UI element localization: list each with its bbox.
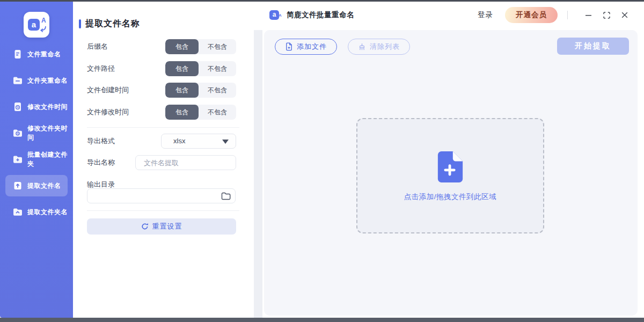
- sidebar-item-label: 修改文件夹时间: [27, 124, 68, 142]
- reset-settings-label: 重置设置: [152, 222, 182, 231]
- main-panel: a A 简鹿文件批量重命名 登录 开通会员: [262, 2, 644, 318]
- toggle-option-include[interactable]: 包含: [165, 105, 199, 120]
- file-dropzone[interactable]: 点击添加/拖拽文件到此区域: [356, 118, 544, 233]
- sidebar-item-extract-filename[interactable]: 提取文件名: [5, 175, 68, 196]
- sidebar-item-label: 提取文件名: [27, 181, 61, 191]
- clear-list-label: 清除列表: [370, 42, 400, 52]
- minimize-button[interactable]: [582, 9, 595, 21]
- titlebar-divider: [567, 11, 568, 19]
- toggle-option-not-include[interactable]: 不包含: [199, 83, 236, 98]
- file-time-icon: [12, 101, 23, 112]
- open-membership-button[interactable]: 开通会员: [505, 7, 558, 23]
- toggle-option-not-include[interactable]: 不包含: [199, 105, 236, 120]
- sidebar-item-file-time[interactable]: 修改文件时间: [5, 96, 68, 118]
- settings-title-text: 提取文件名称: [85, 18, 140, 30]
- sidebar-item-label: 文件夹重命名: [27, 76, 68, 85]
- create-time-label: 文件创建时间: [87, 83, 129, 98]
- folder-rename-icon: [12, 75, 23, 86]
- broom-icon: [358, 43, 366, 51]
- suffix-label: 后缀名: [87, 39, 108, 54]
- toggle-option-include[interactable]: 包含: [165, 39, 199, 54]
- file-list-card: 添加文件 清除列表 开始提取 点击添加/拖拽文件到此区域: [264, 30, 638, 316]
- window-title: 简鹿文件批量重命名: [287, 10, 354, 20]
- export-format-select[interactable]: xlsx: [161, 134, 236, 149]
- export-format-value: xlsx: [173, 137, 185, 145]
- export-name-label: 导出名称: [87, 155, 115, 170]
- create-time-toggle[interactable]: 包含 不包含: [165, 83, 236, 98]
- app-logo: a A: [24, 12, 49, 38]
- toggle-option-not-include[interactable]: 不包含: [199, 61, 236, 76]
- extract-file-icon: [12, 180, 23, 191]
- divider: [87, 127, 239, 128]
- title-accent-bar: [79, 19, 81, 28]
- output-dir-input[interactable]: [87, 188, 236, 203]
- sidebar-item-label: 文件重命名: [27, 50, 61, 59]
- login-link[interactable]: 登录: [478, 10, 493, 20]
- chevron-down-icon: [222, 140, 229, 144]
- start-extract-button[interactable]: 开始提取: [557, 38, 629, 55]
- filepath-label: 文件路径: [87, 61, 115, 76]
- minimize-icon: [585, 12, 592, 19]
- dropzone-hint: 点击添加/拖拽文件到此区域: [404, 192, 496, 202]
- export-format-label: 导出格式: [87, 134, 115, 149]
- scrollbar-track[interactable]: [254, 30, 262, 318]
- clear-list-button[interactable]: 清除列表: [348, 39, 410, 55]
- close-icon: [621, 11, 628, 19]
- sidebar-item-file-rename[interactable]: 文件重命名: [5, 43, 68, 65]
- settings-panel: 提取文件名称 后缀名 包含 不包含 文件路径 包含 不包含 文件创建时间 包含 …: [73, 2, 254, 318]
- sidebar-item-label: 修改文件时间: [27, 103, 68, 112]
- app-titlebar-icon: a A: [269, 10, 282, 21]
- sidebar-item-label: 批量创建文件夹: [27, 150, 68, 169]
- titlebar: a A 简鹿文件批量重命名 登录 开通会员: [262, 2, 644, 28]
- settings-title: 提取文件名称: [79, 18, 140, 30]
- toggle-option-include[interactable]: 包含: [165, 83, 199, 98]
- suffix-toggle[interactable]: 包含 不包含: [165, 39, 236, 54]
- sidebar-item-label: 提取文件夹名: [27, 208, 68, 217]
- file-rename-icon: [12, 49, 23, 60]
- reset-settings-button[interactable]: 重置设置: [87, 218, 236, 235]
- file-list-toolbar: 添加文件 清除列表 开始提取: [275, 38, 629, 56]
- logo-swap-arrow-icon: [39, 26, 47, 33]
- sidebar-item-extract-foldername[interactable]: 提取文件夹名: [5, 201, 68, 223]
- close-button[interactable]: [618, 9, 631, 21]
- modify-time-label: 文件修改时间: [87, 105, 129, 120]
- modify-time-toggle[interactable]: 包含 不包含: [165, 105, 236, 120]
- toggle-option-include[interactable]: 包含: [165, 61, 199, 76]
- extract-folder-icon: [12, 207, 23, 217]
- folder-time-icon: [12, 128, 23, 138]
- folder-plus-icon: [12, 154, 23, 165]
- file-add-icon: [285, 42, 293, 51]
- file-plus-icon: [436, 150, 465, 184]
- folder-browse-icon[interactable]: [221, 192, 231, 200]
- refresh-icon: [141, 223, 149, 230]
- sidebar-nav: 文件重命名 文件夹重命名 修改文件时间 修改文件夹时间: [0, 43, 73, 228]
- sidebar-item-batch-create-folder[interactable]: 批量创建文件夹: [5, 149, 68, 170]
- logo-letter-box: a: [28, 19, 40, 31]
- toggle-option-not-include[interactable]: 不包含: [199, 39, 236, 54]
- sidebar: a A 文件重命名 文件夹重命名: [0, 2, 73, 318]
- logo-letter-alt: A: [41, 17, 46, 24]
- titlebar-logo-letter: a: [269, 10, 279, 20]
- sidebar-item-folder-time[interactable]: 修改文件夹时间: [5, 122, 68, 144]
- add-files-label: 添加文件: [297, 42, 327, 52]
- window-bottom-edge: [0, 318, 644, 322]
- maximize-icon: [603, 12, 610, 19]
- export-name-input[interactable]: [135, 155, 236, 170]
- maximize-button[interactable]: [600, 9, 613, 21]
- sidebar-item-folder-rename[interactable]: 文件夹重命名: [5, 70, 68, 91]
- filepath-toggle[interactable]: 包含 不包含: [165, 61, 236, 76]
- titlebar-logo-letter-alt: A: [279, 13, 282, 18]
- divider: [87, 210, 239, 211]
- add-files-button[interactable]: 添加文件: [275, 39, 337, 55]
